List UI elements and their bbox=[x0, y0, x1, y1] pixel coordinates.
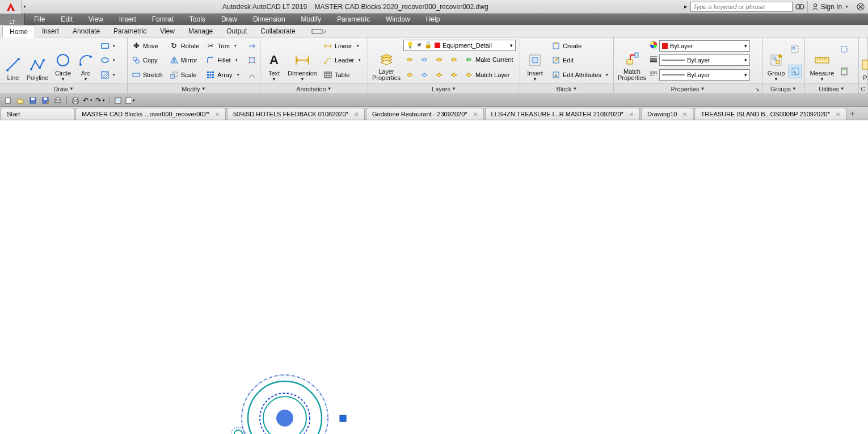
close-icon[interactable]: ✕ bbox=[682, 111, 687, 117]
help-search-input[interactable] bbox=[690, 2, 793, 12]
move-button[interactable]: ✥Move bbox=[130, 39, 165, 53]
tab-parametric[interactable]: Parametric bbox=[107, 25, 153, 37]
tab-manage[interactable]: Manage bbox=[182, 25, 220, 37]
match-properties-button[interactable]: MatchProperties bbox=[616, 39, 648, 82]
modify-extra1[interactable] bbox=[246, 39, 258, 53]
qat-redo-button[interactable]: ↷▾ bbox=[95, 95, 106, 106]
draw-arc-button[interactable]: Arc▼ bbox=[75, 39, 96, 82]
stretch-button[interactable]: Stretch bbox=[130, 68, 165, 82]
linear-button[interactable]: Linear▾ bbox=[322, 39, 364, 53]
menu-dimension[interactable]: Dimension bbox=[245, 14, 293, 25]
lineweight-icon[interactable] bbox=[649, 54, 658, 66]
layer-freeze-button[interactable] bbox=[433, 53, 445, 66]
menu-format[interactable]: Format bbox=[144, 14, 182, 25]
panel-modify-title[interactable]: Modify▼ bbox=[128, 83, 260, 94]
rotate-button[interactable]: ↻Rotate bbox=[168, 39, 201, 53]
qat-undo-button[interactable]: ↶▾ bbox=[82, 95, 94, 106]
quickcalc-button[interactable] bbox=[838, 65, 850, 78]
add-tab-button[interactable]: + bbox=[847, 107, 858, 120]
mirror-button[interactable]: Mirror bbox=[168, 53, 201, 67]
panel-draw-title[interactable]: Draw▼ bbox=[0, 83, 127, 94]
trim-button[interactable]: ✂Trim▾ bbox=[204, 39, 242, 53]
close-icon[interactable]: ✕ bbox=[473, 111, 478, 117]
infocenter-icon[interactable] bbox=[795, 2, 805, 12]
menu-draw[interactable]: Draw bbox=[213, 14, 245, 25]
measure-button[interactable]: Measure▼ bbox=[807, 39, 837, 82]
lineweight-selector[interactable]: ByLayer ▾ bbox=[659, 54, 750, 66]
layer-uniso-button[interactable] bbox=[418, 68, 431, 82]
dimension-button[interactable]: Dimension▼ bbox=[285, 39, 319, 82]
menu-view[interactable]: View bbox=[81, 14, 111, 25]
file-tab[interactable]: 50%SD HOTELS FEEDBACK 01082020*✕ bbox=[227, 108, 365, 120]
panel-properties-title[interactable]: Properties▼↘ bbox=[614, 83, 762, 94]
copy-button[interactable]: Copy bbox=[130, 53, 165, 67]
file-tab[interactable]: Godstone Restaurant - 23092020*✕ bbox=[366, 108, 484, 120]
menu-tools[interactable]: Tools bbox=[182, 14, 213, 25]
close-icon[interactable]: ✕ bbox=[836, 111, 840, 117]
layer-on-button[interactable] bbox=[403, 68, 416, 82]
panel-annotation-title[interactable]: Annotation▼ bbox=[260, 83, 368, 94]
panel-utilities-title[interactable]: Utilities▼ bbox=[805, 83, 858, 94]
fillet-button[interactable]: Fillet▾ bbox=[204, 53, 242, 67]
leader-button[interactable]: Leader▾ bbox=[322, 53, 364, 67]
file-tab[interactable]: TREASURE ISLAND B...OS000BP 21092020*✕ bbox=[694, 108, 846, 120]
modify-extra2[interactable] bbox=[246, 53, 258, 67]
draw-rect-button[interactable]: ▾ bbox=[99, 39, 118, 53]
tab-view[interactable]: View bbox=[153, 25, 182, 37]
tab-output[interactable]: Output bbox=[220, 25, 254, 37]
qat-save-button[interactable] bbox=[27, 95, 39, 106]
app-menu-dropdown[interactable]: ▼ bbox=[22, 5, 28, 9]
draw-hatch-button[interactable]: ▾ bbox=[99, 68, 118, 82]
qat-new-button[interactable] bbox=[2, 95, 14, 106]
file-tab[interactable]: Drawing10✕ bbox=[641, 108, 694, 120]
linetype-selector[interactable]: ByLayer ▾ bbox=[659, 69, 750, 81]
tab-collaborate[interactable]: Collaborate bbox=[254, 25, 302, 37]
menu-window[interactable]: Window bbox=[378, 14, 418, 25]
table-button[interactable]: Table bbox=[322, 68, 364, 82]
scale-button[interactable]: Scale bbox=[168, 68, 201, 82]
match-layer-button[interactable]: Match Layer bbox=[462, 68, 512, 82]
file-tab-start[interactable]: Start bbox=[1, 108, 74, 120]
ribbon-minimize-icon[interactable] bbox=[308, 25, 331, 37]
linetype-icon[interactable] bbox=[649, 69, 658, 81]
file-tab[interactable]: LLSHZN TREASURE I...R MASTER 21092020*✕ bbox=[485, 108, 640, 120]
layer-selector[interactable]: 💡 ☀ 🔓 Equipment_Detail ▾ bbox=[403, 40, 516, 51]
draw-circle-button[interactable]: Circle▼ bbox=[51, 39, 75, 82]
tab-home[interactable]: Home bbox=[2, 26, 35, 37]
menu-help[interactable]: Help bbox=[418, 14, 448, 25]
qat-plot-button[interactable] bbox=[52, 95, 64, 106]
color-selector[interactable]: ByLayer ▾ bbox=[659, 40, 750, 52]
tab-annotate[interactable]: Annotate bbox=[66, 25, 107, 37]
draw-ellipse-button[interactable]: ▾ bbox=[99, 53, 118, 67]
layer-off-button[interactable] bbox=[403, 53, 416, 66]
file-tab[interactable]: MASTER CAD Blocks ...over000_recover002*… bbox=[75, 108, 226, 120]
layer-iso-button[interactable] bbox=[418, 53, 431, 66]
menu-insert[interactable]: Insert bbox=[111, 14, 144, 25]
draw-line-button[interactable]: Line bbox=[2, 39, 24, 82]
make-current-button[interactable]: Make Current bbox=[462, 53, 515, 66]
close-icon[interactable]: ✕ bbox=[354, 111, 359, 117]
layer-properties-button[interactable]: LayerProperties bbox=[370, 39, 402, 82]
clipboard-button[interactable]: P bbox=[861, 39, 868, 82]
edit-attr-button[interactable]: AEdit Attributes▾ bbox=[550, 68, 611, 82]
edit-block-button[interactable]: Edit bbox=[550, 53, 611, 67]
panel-groups-title[interactable]: Groups▼ bbox=[762, 83, 804, 94]
qat-print-button[interactable] bbox=[70, 95, 81, 106]
menu-edit[interactable]: Edit bbox=[53, 14, 81, 25]
color-wheel-icon[interactable] bbox=[649, 40, 658, 52]
close-icon[interactable]: ✕ bbox=[215, 111, 220, 117]
menu-parametric[interactable]: Parametric bbox=[329, 14, 378, 25]
select-all-button[interactable] bbox=[838, 43, 850, 56]
layer-unlock-button[interactable] bbox=[448, 68, 460, 82]
layer-lock-button[interactable] bbox=[448, 53, 460, 66]
group-button[interactable]: Group▼ bbox=[765, 39, 787, 82]
search-play-icon[interactable]: ▶ bbox=[683, 5, 688, 9]
menu-modify[interactable]: Modify bbox=[293, 14, 329, 25]
text-button[interactable]: A Text▼ bbox=[263, 39, 285, 82]
menu-file[interactable]: File bbox=[26, 14, 53, 25]
app-menu-icon[interactable] bbox=[0, 0, 22, 14]
layer-thaw-button[interactable] bbox=[433, 68, 445, 82]
qat-open-button[interactable] bbox=[15, 95, 26, 106]
draw-polyline-button[interactable]: Polyline bbox=[24, 39, 51, 82]
modify-extra3[interactable] bbox=[246, 68, 258, 82]
